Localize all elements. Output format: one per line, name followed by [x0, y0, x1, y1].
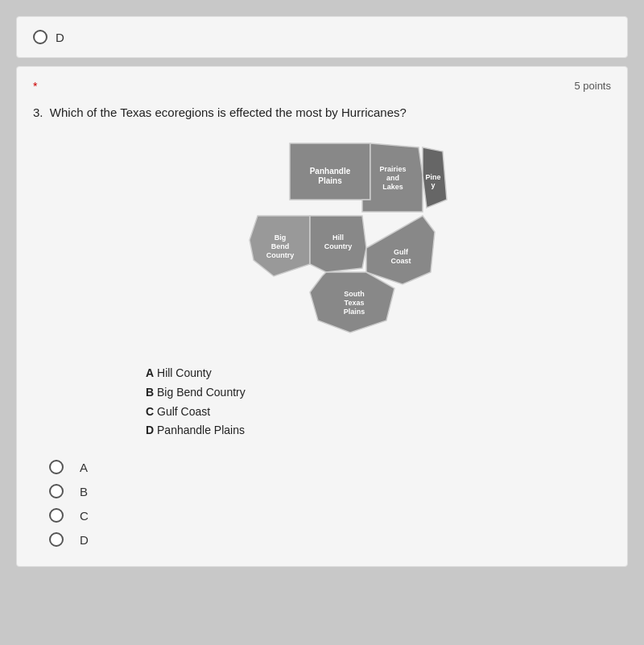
prairies-label2: and [386, 174, 399, 182]
question-text: 3. Which of the Texas ecoregions is effe… [33, 104, 611, 121]
question-body: Which of the Texas ecoregions is effecte… [50, 105, 407, 119]
answer-d-text: Panhandle Plains [157, 424, 245, 436]
options-section: A B C D [33, 460, 611, 547]
option-d-main-label: D [80, 533, 89, 547]
points-label: 5 points [574, 80, 611, 92]
radio-option-d[interactable] [33, 30, 47, 44]
answer-a-text: Hill County [157, 366, 212, 379]
question-card: * 5 points 3. Which of the Texas ecoregi… [16, 66, 628, 567]
panhandle-label2: Plains [318, 176, 342, 185]
texas-map-svg: Panhandle Plains Big Bend Country Hill C… [193, 135, 451, 345]
option-c-label: C [80, 509, 89, 523]
radio-c[interactable] [49, 508, 64, 523]
piney-label2: y [431, 181, 435, 189]
answer-b-text: Big Bend Country [157, 386, 246, 399]
south-texas-label2: Texas [345, 299, 365, 307]
prairies-label: Prairies [379, 165, 406, 173]
option-a-label: A [80, 461, 88, 474]
answer-c-letter: C [146, 405, 154, 418]
answer-c: C Gulf Coast [146, 403, 611, 422]
answers-section: A Hill County B Big Bend Country C Gulf … [146, 364, 611, 440]
option-d-label: D [56, 31, 64, 44]
question-number: 3. [33, 105, 43, 119]
gulf-coast-label: Gulf [394, 248, 409, 256]
card-header: * 5 points [33, 80, 611, 93]
option-row-b: B [49, 484, 611, 498]
option-row-a: A [49, 460, 611, 474]
panhandle-label: Panhandle [310, 167, 351, 176]
map-container: Panhandle Plains Big Bend Country Hill C… [33, 135, 611, 345]
answer-d: D Panhandle Plains [146, 421, 611, 440]
previous-question-card: D [16, 16, 628, 58]
answer-d-letter: D [146, 424, 154, 436]
south-texas-label3: Plains [344, 308, 365, 316]
piney-label: Pine [425, 173, 440, 181]
answer-a-letter: A [146, 366, 154, 379]
big-bend-label3: Country [266, 251, 295, 259]
option-row-c: C [49, 508, 611, 523]
radio-a[interactable] [49, 460, 64, 474]
option-b-label: B [80, 485, 88, 498]
big-bend-label2: Bend [271, 242, 290, 250]
big-bend-label: Big [275, 234, 287, 242]
prairies-label3: Lakes [382, 183, 403, 191]
answer-b: B Big Bend Country [146, 383, 611, 403]
hill-country-label: Hill [332, 234, 344, 242]
answer-c-text: Gulf Coast [157, 405, 210, 418]
answer-b-letter: B [146, 386, 154, 399]
answer-a: A Hill County [146, 364, 611, 383]
radio-d-main[interactable] [49, 532, 64, 547]
required-indicator: * [33, 80, 37, 93]
option-row-d: D [49, 532, 611, 547]
gulf-coast-label2: Coast [390, 257, 411, 265]
south-texas-label: South [344, 290, 365, 298]
hill-country-label2: Country [324, 242, 353, 250]
radio-b[interactable] [49, 484, 64, 498]
